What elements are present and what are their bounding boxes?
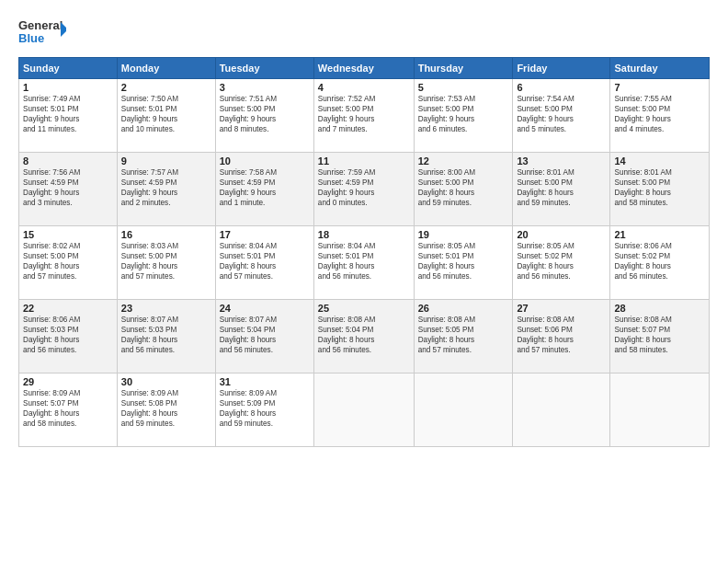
day-info: Sunrise: 8:09 AM Sunset: 5:07 PM Dayligh…: [23, 388, 113, 429]
day-info: Sunrise: 7:56 AM Sunset: 4:59 PM Dayligh…: [23, 167, 113, 208]
day-info: Sunrise: 7:53 AM Sunset: 5:00 PM Dayligh…: [418, 94, 509, 134]
day-info: Sunrise: 7:52 AM Sunset: 5:00 PM Dayligh…: [318, 94, 410, 134]
calendar-cell: 15Sunrise: 8:02 AM Sunset: 5:00 PM Dayli…: [19, 226, 118, 300]
day-number: 11: [318, 155, 410, 167]
calendar-week-row: 29Sunrise: 8:09 AM Sunset: 5:07 PM Dayli…: [19, 373, 710, 447]
calendar-header-friday: Friday: [513, 58, 610, 79]
calendar-cell: 20Sunrise: 8:05 AM Sunset: 5:02 PM Dayli…: [513, 226, 610, 300]
day-info: Sunrise: 7:50 AM Sunset: 5:01 PM Dayligh…: [121, 94, 211, 134]
calendar-cell: 23Sunrise: 8:07 AM Sunset: 5:03 PM Dayli…: [117, 300, 215, 373]
calendar-cell: 3Sunrise: 7:51 AM Sunset: 5:00 PM Daylig…: [215, 79, 313, 153]
header: General Blue: [18, 15, 710, 50]
calendar-cell: 27Sunrise: 8:08 AM Sunset: 5:06 PM Dayli…: [513, 300, 610, 373]
calendar-header-row: SundayMondayTuesdayWednesdayThursdayFrid…: [19, 58, 710, 79]
calendar-table: SundayMondayTuesdayWednesdayThursdayFrid…: [18, 57, 710, 447]
svg-text:Blue: Blue: [18, 31, 44, 45]
day-info: Sunrise: 8:08 AM Sunset: 5:07 PM Dayligh…: [614, 315, 705, 355]
logo: General Blue: [18, 15, 66, 50]
page: General Blue SundayMondayTuesdayWednesda…: [0, 0, 728, 563]
calendar-cell: [313, 373, 414, 447]
day-number: 29: [23, 376, 113, 387]
day-info: Sunrise: 7:57 AM Sunset: 4:59 PM Dayligh…: [121, 167, 211, 208]
day-info: Sunrise: 8:08 AM Sunset: 5:06 PM Dayligh…: [517, 315, 606, 355]
day-number: 28: [614, 303, 705, 314]
day-info: Sunrise: 8:07 AM Sunset: 5:04 PM Dayligh…: [220, 315, 310, 355]
calendar-cell: 17Sunrise: 8:04 AM Sunset: 5:01 PM Dayli…: [215, 226, 313, 300]
calendar-cell: 18Sunrise: 8:04 AM Sunset: 5:01 PM Dayli…: [313, 226, 414, 300]
day-info: Sunrise: 8:08 AM Sunset: 5:04 PM Dayligh…: [318, 315, 410, 355]
calendar-cell: 8Sunrise: 7:56 AM Sunset: 4:59 PM Daylig…: [19, 153, 118, 226]
calendar-header-thursday: Thursday: [414, 58, 513, 79]
day-number: 13: [517, 155, 606, 167]
day-number: 21: [614, 229, 705, 240]
calendar-cell: 11Sunrise: 7:59 AM Sunset: 4:59 PM Dayli…: [313, 153, 414, 226]
day-number: 18: [318, 229, 410, 240]
day-number: 24: [220, 303, 310, 314]
calendar-cell: 10Sunrise: 7:58 AM Sunset: 4:59 PM Dayli…: [215, 153, 313, 226]
calendar-cell: 26Sunrise: 8:08 AM Sunset: 5:05 PM Dayli…: [414, 300, 513, 373]
calendar-cell: 22Sunrise: 8:06 AM Sunset: 5:03 PM Dayli…: [19, 300, 118, 373]
calendar-header-tuesday: Tuesday: [215, 58, 313, 79]
logo-svg: General Blue: [18, 15, 66, 50]
day-info: Sunrise: 8:01 AM Sunset: 5:00 PM Dayligh…: [517, 167, 606, 208]
calendar-cell: 21Sunrise: 8:06 AM Sunset: 5:02 PM Dayli…: [610, 226, 710, 300]
day-number: 12: [418, 155, 509, 167]
day-info: Sunrise: 7:59 AM Sunset: 4:59 PM Dayligh…: [318, 167, 410, 208]
calendar-week-row: 15Sunrise: 8:02 AM Sunset: 5:00 PM Dayli…: [19, 226, 710, 300]
day-info: Sunrise: 8:00 AM Sunset: 5:00 PM Dayligh…: [418, 167, 509, 208]
day-number: 16: [121, 229, 211, 240]
day-info: Sunrise: 7:49 AM Sunset: 5:01 PM Dayligh…: [23, 94, 113, 134]
day-info: Sunrise: 8:05 AM Sunset: 5:02 PM Dayligh…: [517, 241, 606, 282]
day-number: 15: [23, 229, 113, 240]
day-number: 19: [418, 229, 509, 240]
day-info: Sunrise: 8:05 AM Sunset: 5:01 PM Dayligh…: [418, 241, 509, 282]
day-number: 8: [23, 155, 113, 167]
day-number: 30: [121, 376, 211, 387]
day-info: Sunrise: 8:02 AM Sunset: 5:00 PM Dayligh…: [23, 241, 113, 282]
day-number: 2: [121, 82, 211, 93]
day-number: 3: [220, 82, 310, 93]
day-number: 4: [318, 82, 410, 93]
day-number: 26: [418, 303, 509, 314]
calendar-week-row: 1Sunrise: 7:49 AM Sunset: 5:01 PM Daylig…: [19, 79, 710, 153]
calendar-cell: 19Sunrise: 8:05 AM Sunset: 5:01 PM Dayli…: [414, 226, 513, 300]
calendar-cell: 31Sunrise: 8:09 AM Sunset: 5:09 PM Dayli…: [215, 373, 313, 447]
calendar-cell: [610, 373, 710, 447]
day-number: 7: [614, 82, 705, 93]
day-info: Sunrise: 8:07 AM Sunset: 5:03 PM Dayligh…: [121, 315, 211, 355]
day-number: 6: [517, 82, 606, 93]
calendar-cell: 9Sunrise: 7:57 AM Sunset: 4:59 PM Daylig…: [117, 153, 215, 226]
day-info: Sunrise: 8:06 AM Sunset: 5:02 PM Dayligh…: [614, 241, 705, 282]
day-number: 5: [418, 82, 509, 93]
calendar-header-saturday: Saturday: [610, 58, 710, 79]
calendar-cell: 16Sunrise: 8:03 AM Sunset: 5:00 PM Dayli…: [117, 226, 215, 300]
calendar-cell: 4Sunrise: 7:52 AM Sunset: 5:00 PM Daylig…: [313, 79, 414, 153]
svg-marker-2: [61, 22, 66, 37]
calendar-cell: 1Sunrise: 7:49 AM Sunset: 5:01 PM Daylig…: [19, 79, 118, 153]
day-info: Sunrise: 8:08 AM Sunset: 5:05 PM Dayligh…: [418, 315, 509, 355]
day-info: Sunrise: 8:04 AM Sunset: 5:01 PM Dayligh…: [220, 241, 310, 282]
day-number: 14: [614, 155, 705, 167]
day-info: Sunrise: 8:06 AM Sunset: 5:03 PM Dayligh…: [23, 315, 113, 355]
calendar-header-wednesday: Wednesday: [313, 58, 414, 79]
calendar-cell: 12Sunrise: 8:00 AM Sunset: 5:00 PM Dayli…: [414, 153, 513, 226]
calendar-cell: [414, 373, 513, 447]
day-number: 23: [121, 303, 211, 314]
calendar-cell: 14Sunrise: 8:01 AM Sunset: 5:00 PM Dayli…: [610, 153, 710, 226]
day-info: Sunrise: 7:58 AM Sunset: 4:59 PM Dayligh…: [220, 167, 310, 208]
calendar-cell: 25Sunrise: 8:08 AM Sunset: 5:04 PM Dayli…: [313, 300, 414, 373]
day-info: Sunrise: 7:54 AM Sunset: 5:00 PM Dayligh…: [517, 94, 606, 134]
day-number: 9: [121, 155, 211, 167]
day-number: 22: [23, 303, 113, 314]
calendar-cell: 13Sunrise: 8:01 AM Sunset: 5:00 PM Dayli…: [513, 153, 610, 226]
day-number: 17: [220, 229, 310, 240]
calendar-cell: 28Sunrise: 8:08 AM Sunset: 5:07 PM Dayli…: [610, 300, 710, 373]
day-info: Sunrise: 8:09 AM Sunset: 5:08 PM Dayligh…: [121, 388, 211, 429]
calendar-cell: [513, 373, 610, 447]
calendar-cell: 2Sunrise: 7:50 AM Sunset: 5:01 PM Daylig…: [117, 79, 215, 153]
day-number: 20: [517, 229, 606, 240]
calendar-header-monday: Monday: [117, 58, 215, 79]
day-info: Sunrise: 7:55 AM Sunset: 5:00 PM Dayligh…: [614, 94, 705, 134]
calendar-cell: 5Sunrise: 7:53 AM Sunset: 5:00 PM Daylig…: [414, 79, 513, 153]
day-info: Sunrise: 7:51 AM Sunset: 5:00 PM Dayligh…: [220, 94, 310, 134]
